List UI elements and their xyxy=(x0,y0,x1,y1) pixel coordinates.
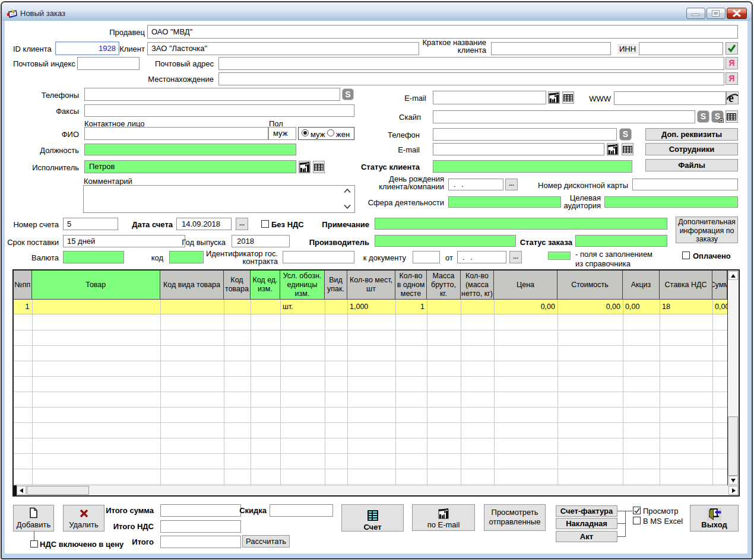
svg-text:e: e xyxy=(728,92,734,104)
